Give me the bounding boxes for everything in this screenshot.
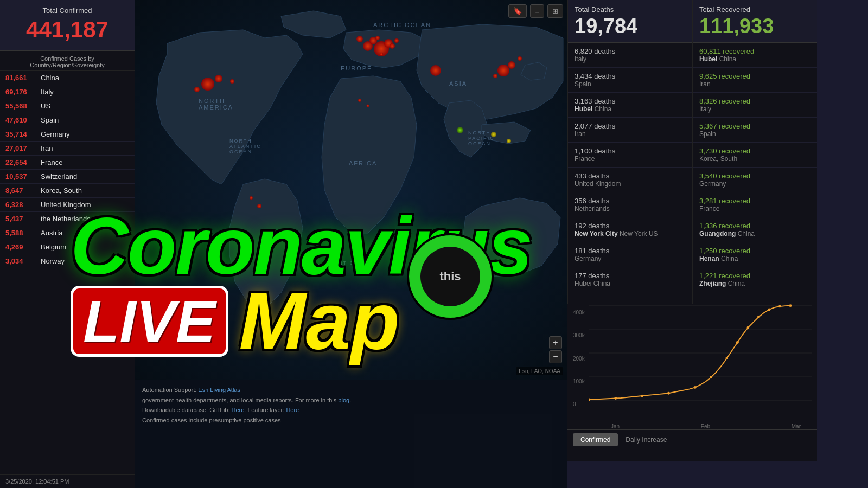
deaths-count: 6,820 deaths [575,47,686,55]
total-deaths-label: Total Deaths [575,5,686,14]
recovered-row: 3,540 recoveredGermany [693,168,817,192]
map-dot-australia [506,236,512,241]
esri-credit: Esri, FAO, NOAA [516,367,563,375]
blog-link[interactable]: blog [338,397,349,403]
country-count: 10,537 [5,172,41,181]
map-controls[interactable]: + − [549,336,562,363]
recovered-location: Korea, South [699,155,810,163]
map-dot-eu-small [380,53,383,56]
recovered-panel: Total Recovered 111,933 60,811 recovered… [692,0,817,304]
github-link[interactable]: Here [232,407,245,413]
country-row[interactable]: 22,654France [0,156,135,170]
country-name: Austria [41,229,62,237]
confirmed-by-region-label: Confirmed Cases by Country/Region/Sovere… [0,51,135,71]
svg-point-8 [667,392,670,395]
country-row[interactable]: 5,437the Netherlands [0,212,135,226]
country-name: Switzerland [41,172,77,181]
country-row[interactable]: 10,537Switzerland [0,170,135,184]
recovered-count: 3,540 recovered [699,172,810,180]
deaths-row: 433 deathsUnited Kingdom [568,168,692,192]
map-toolbar[interactable]: 🔖 ≡ ⊞ [508,4,563,18]
map-dot-switzerland [390,43,395,49]
world-map-svg: .land { fill: #1e2d3d; stroke: #2a4560; … [135,0,567,380]
recovered-location: Henan China [699,255,810,262]
svg-point-14 [757,316,760,318]
country-row[interactable]: 4,269Belgium [0,240,135,254]
total-confirmed-label: Total Confirmed [9,7,126,15]
country-row[interactable]: 5,588Austria [0,226,135,240]
tab-daily-increase[interactable]: Daily Increase [618,433,674,446]
map-dot-egypt [358,99,361,102]
recovered-location: Iran [699,80,810,88]
deaths-row: 356 deathsNetherlands [568,192,692,217]
country-count: 55,568 [5,102,41,110]
deaths-count: 177 deaths [575,272,686,280]
country-row[interactable]: 3,034Norway [0,254,135,268]
country-row[interactable]: 6,328United Kingdom [0,198,135,212]
map-dot-us3 [194,87,200,92]
chart-tabs[interactable]: Confirmed Daily Increase [567,429,817,450]
svg-point-7 [641,395,643,397]
deaths-count: 1,100 deaths [575,147,686,155]
deaths-location: Hubei China [575,105,686,113]
recovered-location: France [699,205,810,213]
country-name: Italy [41,88,54,96]
svg-point-10 [710,376,712,378]
map-dot-japan [518,56,522,61]
recovered-row: 1,336 recoveredGuangdong China [693,217,817,242]
recovered-row: 3,730 recoveredKorea, South [693,143,817,168]
total-confirmed-value: 441,187 [9,17,126,43]
chart-area: 400k 300k 200k 100k 0 [567,304,817,423]
country-row[interactable]: 81,661China [0,71,135,85]
deaths-panel: Total Deaths 19,784 6,820 deathsItaly3,4… [567,0,692,304]
country-row[interactable]: 55,568US [0,99,135,113]
bookmark-button[interactable]: 🔖 [508,4,527,18]
recovered-row: 8,326 recoveredItaly [693,93,817,118]
country-name: Norway [41,257,65,265]
country-row[interactable]: 8,647Korea, South [0,184,135,198]
map-dot-africa2 [367,105,369,107]
zoom-out-button[interactable]: − [549,350,562,363]
zoom-in-button[interactable]: + [549,336,562,349]
country-name: Germany [41,130,69,138]
deaths-count: 3,434 deaths [575,72,686,80]
country-list[interactable]: 81,661China69,176Italy55,568US47,610Spai… [0,71,135,474]
country-name: France [41,158,62,166]
map-dot-austria [394,38,399,43]
deaths-location: Italy [575,55,686,63]
map-area[interactable]: .land { fill: #1e2d3d; stroke: #2a4560; … [135,0,567,380]
list-button[interactable]: ≡ [530,4,544,18]
recovered-count: 1,250 recovered [699,247,810,255]
country-count: 35,714 [5,130,41,138]
deaths-location: Iran [575,130,686,138]
svg-point-13 [746,326,749,329]
recovered-count: 1,221 recovered [699,272,810,280]
chart-area-container: 400k 300k 200k 100k 0 [567,304,817,461]
deaths-count: 356 deaths [575,197,686,205]
esri-link[interactable]: Esri Living Atlas [198,387,240,393]
deaths-location: Hubei China [575,280,686,287]
svg-point-12 [736,341,739,344]
tab-confirmed[interactable]: Confirmed [573,433,618,446]
map-dot-india-recovered [457,127,463,133]
chart-x-labels: Jan Feb Mar [567,423,817,429]
total-recovered-value: 111,933 [699,15,810,38]
automation-label: Automation Support: [142,387,198,393]
country-count: 47,610 [5,116,41,124]
country-row[interactable]: 35,714Germany [0,127,135,142]
country-row[interactable]: 27,017Iran [0,142,135,156]
country-row[interactable]: 69,176Italy [0,85,135,99]
map-dot-netherlands [375,36,380,40]
deaths-count: 2,077 deaths [575,122,686,130]
deaths-list: 6,820 deathsItaly3,434 deathsSpain3,163 … [568,43,692,292]
map-dot-us4 [230,79,234,84]
recovered-count: 8,326 recovered [699,97,810,105]
deaths-row: 1,100 deathsFrance [568,143,692,168]
deaths-row: 177 deathsHubei China [568,267,692,292]
country-name: Spain [41,116,59,124]
country-row[interactable]: 47,610Spain [0,113,135,127]
grid-button[interactable]: ⊞ [547,4,563,18]
recovered-location: Germany [699,180,810,188]
deaths-location: Netherlands [575,205,686,213]
feature-link[interactable]: Here [286,407,299,413]
